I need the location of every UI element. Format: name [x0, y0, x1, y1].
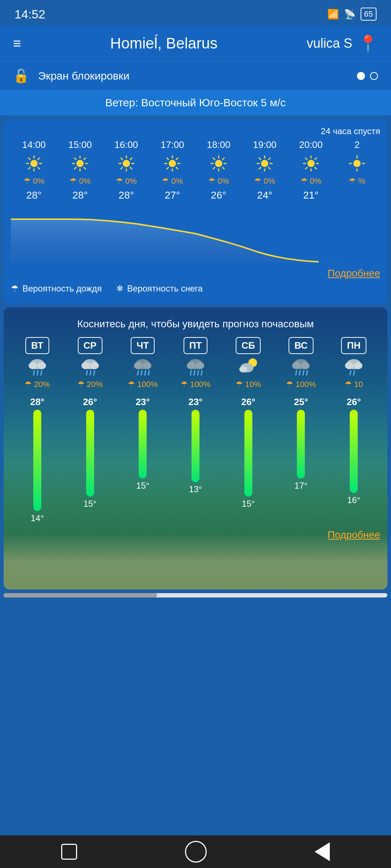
svg-point-69 [29, 362, 37, 369]
day-item[interactable]: ПН ☂ 10 [327, 337, 380, 389]
day-item[interactable]: ВС ☂ 100% [275, 337, 328, 389]
hour-item[interactable]: 14:00 ☂ 0% 28° [11, 139, 57, 201]
day-item[interactable]: ЧТ ☂ 100% [116, 337, 169, 389]
svg-line-41 [213, 158, 215, 160]
lockscreen-text: Экран блокировки [38, 70, 348, 82]
scrollbar-thumb[interactable] [4, 593, 157, 597]
day-label[interactable]: СБ [236, 337, 261, 354]
svg-line-59 [305, 158, 307, 160]
hour-item[interactable]: 20:00 ☂ 0% 21° [288, 139, 334, 201]
day-item[interactable]: ПТ ☂ 100% [169, 337, 222, 389]
hour-time: 19:00 [253, 139, 277, 150]
day-item[interactable]: ВТ ☂ 20% [11, 337, 64, 389]
day-rain-prob: ☂ 100% [181, 380, 210, 389]
day-item[interactable]: СР ☂ 20% [64, 337, 117, 389]
hour-item[interactable]: 19:00 ☂ 0% 24° [242, 139, 288, 201]
bar-high-temp: 26° [347, 396, 361, 408]
sun-icon [71, 154, 89, 173]
dot-2[interactable] [370, 72, 378, 80]
svg-line-60 [315, 167, 317, 169]
bar-col: 26° 16° [327, 396, 380, 505]
hour-item[interactable]: 2 ☂ % [334, 139, 381, 201]
temp-val: 28° [72, 190, 88, 201]
snow-legend-text: Вероятность снега [127, 284, 203, 294]
temp-bar [192, 410, 199, 482]
rain-prob: ☂ 0% [208, 176, 229, 186]
day-label[interactable]: ВТ [25, 337, 49, 354]
svg-line-52 [268, 158, 270, 160]
day-rain-prob: ☂ 20% [77, 380, 103, 389]
rain-legend-icon: ☂ [11, 284, 19, 294]
bar-high-temp: 23° [136, 396, 150, 408]
bar-high-temp: 25° [294, 396, 308, 408]
hour-item[interactable]: 17:00 ☂ 0% 27° [150, 139, 196, 201]
svg-point-106 [354, 362, 362, 369]
svg-line-73 [41, 371, 42, 375]
sun-icon [255, 154, 274, 173]
svg-point-99 [301, 362, 310, 369]
temp-val: 21° [303, 190, 319, 201]
day-label[interactable]: ПТ [184, 337, 208, 354]
day-label[interactable]: ПН [341, 337, 366, 354]
hour-time: 16:00 [114, 139, 138, 150]
day-label[interactable]: СР [78, 337, 102, 354]
svg-line-35 [167, 167, 169, 169]
bar-col: 26° 15° [64, 396, 117, 509]
daily-more-link[interactable]: Подробнее [11, 523, 380, 544]
rain-prob: ☂ 0% [70, 176, 91, 186]
legend-snow: ❄ Вероятность снега [116, 284, 203, 294]
svg-line-53 [259, 167, 261, 169]
hour-item[interactable]: 15:00 ☂ 0% 28° [57, 139, 104, 201]
nav-recent-button[interactable] [315, 842, 330, 861]
svg-point-81 [134, 362, 143, 369]
nav-back-button[interactable] [61, 844, 77, 860]
bar-high-temp: 26° [241, 396, 255, 408]
day-label[interactable]: ЧТ [131, 337, 155, 354]
hour-time: 14:00 [22, 139, 46, 150]
hour-time: 15:00 [68, 139, 92, 150]
svg-line-50 [259, 158, 261, 160]
nav-home-button[interactable] [185, 841, 207, 863]
location-pin-icon[interactable]: 📍 [358, 34, 378, 53]
hour-time: 2 [354, 139, 360, 150]
dot-1[interactable] [357, 72, 365, 80]
rain-prob: ☂ 0% [162, 176, 183, 186]
svg-line-91 [194, 371, 195, 375]
svg-line-23 [121, 158, 123, 160]
svg-line-61 [315, 158, 317, 160]
bars-section: 28° 14° 26° 15° 23° 15° 23° 13° [11, 396, 380, 523]
svg-point-89 [196, 362, 204, 369]
scrollbar[interactable] [4, 593, 387, 597]
bar-col: 23° 13° [169, 396, 222, 494]
hour-time: 18:00 [207, 139, 230, 150]
svg-line-62 [305, 167, 307, 169]
temp-curve-area [11, 205, 380, 263]
hourly-more-link[interactable]: Подробнее [11, 263, 380, 281]
hour-item[interactable]: 18:00 ☂ 0% 26° [196, 139, 242, 201]
temp-bar [139, 410, 147, 478]
menu-button[interactable]: ≡ [13, 36, 21, 51]
temp-curve-svg [11, 205, 380, 263]
svg-point-96 [239, 366, 247, 373]
svg-line-43 [222, 158, 224, 160]
svg-line-8 [28, 167, 30, 169]
rain-prob: ☂ 0% [24, 176, 45, 186]
day-rain-prob: ☂ 20% [25, 380, 50, 389]
svg-line-25 [130, 158, 132, 160]
svg-line-15 [84, 167, 86, 169]
rain-prob: ☂ 0% [300, 176, 321, 186]
hour-item[interactable]: 16:00 ☂ 0% 28° [103, 139, 150, 201]
day-label[interactable]: ВС [289, 337, 314, 354]
hourly-card: 24 часа спустя 14:00 ☂ 0% 28° 15:00 [4, 119, 387, 304]
svg-point-105 [345, 362, 354, 369]
svg-point-0 [30, 160, 38, 167]
cloud-rain-icon [343, 357, 365, 377]
svg-line-83 [138, 371, 138, 375]
svg-line-16 [84, 158, 86, 160]
rain-legend-text: Вероятность дождя [22, 284, 102, 294]
bar-low-temp: 13° [189, 484, 202, 494]
daily-hint: Коснитесь дня, чтобы увидеть прогноз поч… [11, 315, 380, 337]
day-item[interactable]: СБ ☂ 10% [222, 337, 275, 389]
svg-line-103 [307, 371, 307, 375]
svg-point-54 [307, 160, 315, 167]
